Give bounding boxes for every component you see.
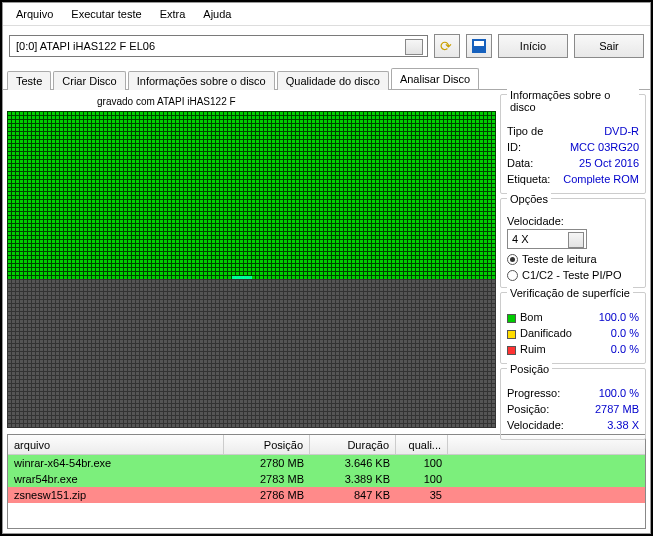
radio-icon [507, 270, 518, 281]
velocidade-label: Velocidade: [507, 215, 639, 227]
menu-extra[interactable]: Extra [151, 5, 195, 23]
id-value: MCC 03RG20 [570, 139, 639, 155]
file-quality: 100 [396, 473, 448, 485]
tipo-label: Tipo de [507, 123, 543, 139]
graph-title: gravado com ATAPI iHAS122 F [7, 94, 496, 111]
save-icon [472, 39, 486, 53]
posicao-title: Posição [507, 363, 552, 375]
speed-dropdown[interactable]: 4 X [507, 229, 587, 249]
data-value: 25 Oct 2016 [579, 155, 639, 171]
velocidade-label: Velocidade: [507, 417, 564, 433]
chevron-down-icon [574, 237, 580, 241]
inicio-button[interactable]: Início [498, 34, 568, 58]
refresh-button[interactable] [434, 34, 460, 58]
tipo-value: DVD-R [604, 123, 639, 139]
file-pos: 2786 MB [224, 489, 310, 501]
radio-label: Teste de leitura [522, 253, 597, 265]
data-label: Data: [507, 155, 533, 171]
danificado-value: 0.0 % [611, 325, 639, 341]
file-dur: 847 KB [310, 489, 396, 501]
radio-icon [507, 254, 518, 265]
radio-teste-leitura[interactable]: Teste de leitura [507, 253, 639, 265]
file-name: winrar-x64-54br.exe [8, 457, 224, 469]
device-dropdown[interactable]: [0:0] ATAPI iHAS122 F EL06 [9, 35, 428, 57]
swatch-good-icon [507, 314, 516, 323]
progresso-value: 100.0 % [599, 385, 639, 401]
radio-c1c2[interactable]: C1/C2 - Teste PI/PO [507, 269, 639, 281]
tab-teste[interactable]: Teste [7, 71, 51, 90]
verificacao-group: Verificação de superfície Bom100.0 % Dan… [500, 292, 646, 364]
radio-label: C1/C2 - Teste PI/PO [522, 269, 621, 281]
bom-label: Bom [520, 311, 543, 323]
save-button[interactable] [466, 34, 492, 58]
tab-bar: Teste Criar Disco Informações sobre o di… [3, 68, 650, 90]
graph-cursor [232, 276, 252, 279]
disc-info-title: Informações sobre o disco [507, 89, 639, 113]
file-list: arquivo Posição Duração quali... winrar-… [7, 434, 646, 529]
swatch-bad-icon [507, 346, 516, 355]
opcoes-title: Opções [507, 193, 551, 205]
table-row[interactable]: winrar-x64-54br.exe2780 MB3.646 KB100 [8, 455, 645, 471]
ruim-value: 0.0 % [611, 341, 639, 357]
progresso-label: Progresso: [507, 385, 560, 401]
menu-ajuda[interactable]: Ajuda [194, 5, 240, 23]
swatch-damaged-icon [507, 330, 516, 339]
surface-scan-graph [7, 111, 496, 428]
table-row[interactable]: wrar54br.exe2783 MB3.389 KB100 [8, 471, 645, 487]
opcoes-group: Opções Velocidade: 4 X Teste de leitura … [500, 198, 646, 288]
file-name: zsnesw151.zip [8, 489, 224, 501]
file-name: wrar54br.exe [8, 473, 224, 485]
speed-value: 4 X [512, 233, 529, 245]
verificacao-title: Verificação de superfície [507, 287, 633, 299]
file-dur: 3.389 KB [310, 473, 396, 485]
col-arquivo[interactable]: arquivo [8, 435, 224, 454]
file-dur: 3.646 KB [310, 457, 396, 469]
chevron-down-icon [410, 44, 418, 49]
posicao-group: Posição Progresso:100.0 % Posição:2787 M… [500, 368, 646, 440]
menu-arquivo[interactable]: Arquivo [7, 5, 62, 23]
disc-info-group: Informações sobre o disco Tipo deDVD-R I… [500, 94, 646, 194]
graph-good-region [7, 111, 496, 279]
toolbar: [0:0] ATAPI iHAS122 F EL06 Início Sair [3, 26, 650, 66]
menu-executar-teste[interactable]: Executar teste [62, 5, 150, 23]
graph-unscanned-region [7, 279, 496, 428]
file-quality: 35 [396, 489, 448, 501]
bom-value: 100.0 % [599, 309, 639, 325]
col-duracao[interactable]: Duração [310, 435, 396, 454]
etiqueta-label: Etiqueta: [507, 171, 550, 187]
col-qualidade[interactable]: quali... [396, 435, 448, 454]
posicao-value: 2787 MB [595, 401, 639, 417]
tab-qualidade[interactable]: Qualidade do disco [277, 71, 389, 90]
file-pos: 2780 MB [224, 457, 310, 469]
posicao-label: Posição: [507, 401, 549, 417]
table-row[interactable]: zsnesw151.zip2786 MB847 KB35 [8, 487, 645, 503]
file-pos: 2783 MB [224, 473, 310, 485]
refresh-icon [440, 39, 454, 53]
menubar: Arquivo Executar teste Extra Ajuda [3, 3, 650, 26]
device-dropdown-value: [0:0] ATAPI iHAS122 F EL06 [16, 40, 155, 52]
sair-button[interactable]: Sair [574, 34, 644, 58]
ruim-label: Ruim [520, 343, 546, 355]
file-list-body: winrar-x64-54br.exe2780 MB3.646 KB100wra… [8, 455, 645, 528]
velocidade-value: 3.38 X [607, 417, 639, 433]
tab-informacoes[interactable]: Informações sobre o disco [128, 71, 275, 90]
file-quality: 100 [396, 457, 448, 469]
etiqueta-value: Complete ROM [563, 171, 639, 187]
col-posicao[interactable]: Posição [224, 435, 310, 454]
danificado-label: Danificado [520, 327, 572, 339]
tab-analisar-disco[interactable]: Analisar Disco [391, 68, 479, 89]
tab-criar-disco[interactable]: Criar Disco [53, 71, 125, 90]
id-label: ID: [507, 139, 521, 155]
